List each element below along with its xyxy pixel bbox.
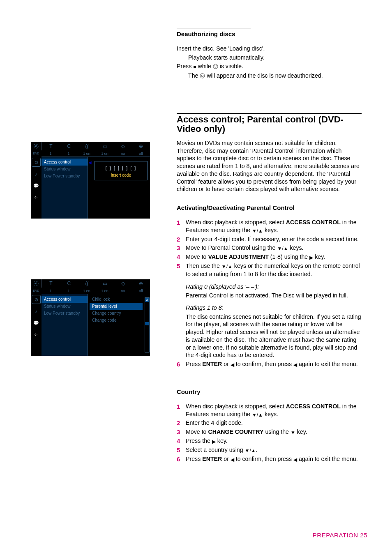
act-step4: Move to VALUE ADJUSTMENT (1-8) using the… <box>186 253 362 261</box>
rating0-title: Rating 0 (displayed as '– –'): <box>186 283 362 291</box>
osd1-col1-item-access: Access control <box>42 159 88 166</box>
activating-steps: 1 When disc playback is stopped, select … <box>177 219 362 278</box>
footer-label: PREPARATION <box>313 532 358 539</box>
country-step6: Press ENTER or ◀ to confirm, then press … <box>186 455 362 463</box>
svg-point-0 <box>35 145 37 147</box>
deauth-p1-sub: Playback starts automatically. <box>177 54 362 62</box>
deauth-p2: Press ■ while is visible. <box>177 62 362 71</box>
tab-icon-zoom: ⊕ <box>132 281 150 286</box>
country-step4: Press the ▶ key. <box>186 437 362 445</box>
footer-page: 25 <box>360 532 367 539</box>
tab-icon-t: T <box>42 143 60 149</box>
osd2-col2-changecode: Change code <box>90 317 143 324</box>
tab-icon-audio: (( <box>78 143 96 149</box>
country-steps: 1 When disc playback is stopped, select … <box>177 403 362 463</box>
tabval-4: 1 en <box>96 150 114 157</box>
svg-point-1 <box>35 283 37 284</box>
left-icon: ◀ <box>231 457 234 463</box>
act-step5: Then use the ▼/▲ keys or the numerical k… <box>186 262 362 278</box>
country-step1: When disc playback is stopped, select AC… <box>186 403 362 419</box>
osd1-code-label: insert code <box>97 173 145 177</box>
deauth-p1: Insert the disc. See 'Loading disc'. <box>177 45 362 53</box>
dvd-badge: DVD <box>31 288 42 294</box>
sideicon-disc: ⊚ <box>32 295 41 304</box>
rating18-title: Ratings 1 to 8: <box>186 304 362 312</box>
osd2-col1-item-status: Status window <box>42 303 88 310</box>
heading-activating: Activating/Deactivating Parental Control <box>177 204 362 212</box>
heading-access-control: Access control; Parental control (DVD-Vi… <box>177 115 362 134</box>
osd2-col2-changecountry: Change country <box>90 310 143 317</box>
sideicon-note: ♪ <box>32 307 40 315</box>
gear-tab <box>31 279 42 288</box>
sideicon-note: ♪ <box>32 170 40 178</box>
smile-icon <box>213 64 218 69</box>
sideicon-back: ⇦ <box>32 193 40 201</box>
tabval-5: no <box>114 150 132 157</box>
down-up-icon: ▼/▲ <box>221 264 233 269</box>
deauth-p2-sub: The will appear and the disc is now deau… <box>177 72 362 80</box>
svg-point-7 <box>203 75 203 75</box>
osd2-col1-item-lowpower: Low Power standby <box>42 310 88 317</box>
slider-value: 2 <box>145 298 149 302</box>
tabval-6: off <box>132 288 150 294</box>
down-up-icon: ▼/▲ <box>252 228 263 234</box>
osd1-col1-item-status: Status window <box>42 166 88 173</box>
country-step3: Move to CHANGE COUNTRY using the ▼ key. <box>186 428 362 436</box>
osd-screenshot-2: T C (( ▭ ◇ ⊕ DVD 1 1 1 en 1 en no off <box>31 279 154 378</box>
activating-step6: 6 Press ENTER or ◀ to confirm, then pres… <box>177 360 362 368</box>
tab-icon-t: T <box>42 281 60 286</box>
tabval-2: 1 <box>60 150 78 157</box>
tabval-5: no <box>114 288 132 294</box>
osd1-col1: Access control Status window Low Power s… <box>42 157 88 219</box>
gear-tab <box>31 142 42 150</box>
tabval-3: 1 en <box>78 288 96 294</box>
right-icon: ▶ <box>212 439 216 444</box>
tabval-1: 1 <box>42 150 60 157</box>
svg-point-6 <box>201 75 202 75</box>
country-step2: Enter the 4-digit code. <box>186 419 362 427</box>
left-icon: ◀ <box>293 362 297 368</box>
svg-point-3 <box>214 65 215 66</box>
osd2-col2: Child lock Parental level Change country… <box>88 294 150 356</box>
tab-icon-zoom: ⊕ <box>132 143 150 149</box>
tabval-3: 1 en <box>78 150 96 157</box>
left-icon: ◀ <box>293 457 297 463</box>
tab-icon-sub: ▭ <box>96 143 114 149</box>
osd2-slider: 2 <box>144 296 150 354</box>
osd1-midarrow: ◀ <box>88 157 92 219</box>
act-step2: Enter your 4-digit code. If necessary, e… <box>186 235 362 244</box>
act-step1: When disc playback is stopped, select AC… <box>186 219 362 235</box>
svg-point-4 <box>216 65 216 66</box>
tab-icon-angle: ◇ <box>114 281 132 286</box>
osd2-col2-parental: Parental level <box>90 303 143 310</box>
osd-screenshot-1: T C (( ▭ ◇ ⊕ DVD 1 1 1 en 1 en no off <box>31 142 154 241</box>
osd1-col2: [ ] [ ] [ ] [ ] insert code <box>92 157 150 219</box>
tabval-1: 1 <box>42 288 60 294</box>
frown-icon <box>200 73 205 78</box>
osd2-col1: Access control Status window Low Power s… <box>42 294 88 356</box>
access-control-intro: Movies on DVDs may contain scenes not su… <box>177 139 362 193</box>
tab-icon-angle: ◇ <box>114 143 132 149</box>
act-step6: Press ENTER or ◀ to confirm, then press … <box>186 360 362 368</box>
sideicon-back: ⇦ <box>32 330 40 339</box>
act-step3: Move to Parental Control using the ▼/▲ k… <box>186 244 362 252</box>
osd2-col2-childlock: Child lock <box>90 296 143 303</box>
tab-icon-sub: ▭ <box>96 281 114 286</box>
country-step5: Select a country using ▼/▲. <box>186 446 362 454</box>
down-up-icon: ▼/▲ <box>277 246 288 251</box>
down-icon: ▼ <box>291 430 295 435</box>
sideicon-speech: 💬 <box>32 182 40 190</box>
right-icon: ▶ <box>309 255 313 260</box>
osd1-code-digits: [ ] [ ] [ ] [ ] <box>97 166 145 170</box>
svg-point-2 <box>213 64 218 69</box>
sideicon-disc: ⊚ <box>32 158 41 167</box>
dvd-badge: DVD <box>31 150 42 157</box>
left-icon: ◀ <box>231 362 234 368</box>
tabval-2: 1 <box>60 288 78 294</box>
tabval-6: off <box>132 150 150 157</box>
heading-country: Country <box>177 388 362 396</box>
down-up-icon: ▼/▲ <box>245 448 256 454</box>
rating18-body: The disc contains scenes not suitable fo… <box>186 313 362 359</box>
tab-icon-c: C <box>60 143 78 149</box>
rating0-body: Parental Control is not activated. The D… <box>186 292 362 299</box>
